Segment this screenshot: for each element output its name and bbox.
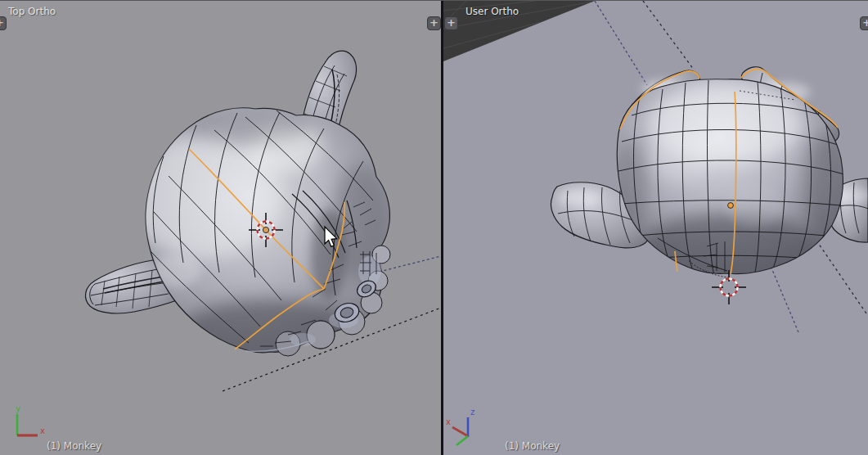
axis-gizmo-right: z x (446, 408, 474, 445)
view-name-label: User Ortho (465, 6, 519, 17)
viewport-top-ortho-canvas: y x (0, 1, 441, 455)
view-name-label: Top Ortho (8, 6, 56, 17)
axis-y-label: y (16, 404, 20, 413)
viewport-top-ortho[interactable]: y x Top Ortho (1) Monkey + + (0, 1, 441, 455)
object-info-label: (1) Monkey (505, 440, 560, 452)
viewport-user-ortho-canvas: z x (443, 1, 868, 455)
monkey-mesh-top-view[interactable] (85, 51, 390, 365)
expand-region-button[interactable]: + (444, 16, 458, 30)
axis-x-label: x (446, 417, 451, 426)
3d-cursor (712, 270, 746, 304)
expand-region-button[interactable]: + (427, 16, 441, 30)
monkey-mesh-user-view[interactable] (551, 67, 868, 287)
axis-z-label: z (470, 408, 474, 417)
expand-region-button[interactable]: + (860, 16, 868, 30)
axis-gizmo-left: y x (16, 404, 45, 435)
viewport-user-ortho[interactable]: z x User Ortho (1) Monkey + + (443, 1, 868, 455)
object-info-label: (1) Monkey (47, 440, 101, 452)
axis-x-label: x (40, 426, 45, 435)
expand-region-button[interactable]: + (0, 16, 7, 30)
blender-window: y x Top Ortho (1) Monkey + + (0, 0, 868, 455)
selected-vertex (728, 203, 734, 209)
